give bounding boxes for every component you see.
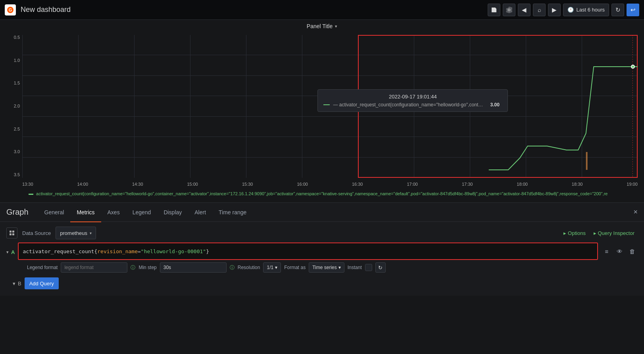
svg-text:G: G <box>9 8 12 12</box>
format-as-select[interactable]: Time series ▾ <box>309 262 344 273</box>
x-label-1600: 16:00 <box>297 182 308 187</box>
query-b-letter: B <box>18 281 21 287</box>
panel-editor: Graph General Metrics Axes Legend Displa… <box>0 202 644 296</box>
datasource-dropdown[interactable]: prometheus ▾ <box>56 227 96 239</box>
svg-rect-2 <box>586 152 588 170</box>
min-step-input[interactable] <box>160 262 227 273</box>
query-row-a: ▾ A activator_request_count{revision_nam… <box>6 242 638 260</box>
tab-axes[interactable]: Axes <box>101 203 126 222</box>
min-step-label: Min step <box>138 265 156 270</box>
chart-container: Panel Title ▾ 3.5 3.0 2.5 2.0 1.5 1.0 0.… <box>0 20 644 202</box>
crosshair-dot <box>631 65 635 69</box>
grid-h-6 <box>22 55 638 55</box>
chart-tooltip: 2022-09-17 19:01:44 — activator_request_… <box>317 89 508 112</box>
add-query-row: ▾ B Add Query <box>6 274 638 291</box>
tab-general[interactable]: General <box>38 203 71 222</box>
instant-checkbox[interactable] <box>365 264 372 271</box>
query-key: revision_name <box>97 248 138 254</box>
grid-v-2 <box>134 35 135 178</box>
tooltip-time: 2022-09-17 19:01:44 <box>323 94 502 100</box>
x-label-1630: 16:30 <box>352 182 363 187</box>
nav-forward-button[interactable]: ▶ <box>548 4 561 16</box>
instant-label: Instant <box>348 265 362 270</box>
go-back-button[interactable]: ↩ <box>627 4 639 16</box>
legend-color-dot <box>29 194 33 195</box>
query-a-editor[interactable]: activator_request_count{revision_name="h… <box>18 242 598 260</box>
panel-editor-close-button[interactable]: × <box>633 208 638 216</box>
grid-h-5 <box>22 75 638 76</box>
x-label-1330: 13:30 <box>22 182 33 187</box>
legend-format-input[interactable] <box>61 262 127 273</box>
panel-title[interactable]: Panel Title <box>307 23 333 29</box>
y-label-25: 2.5 <box>6 127 22 131</box>
grid-h-3 <box>22 116 638 117</box>
chart-main: 2022-09-17 19:01:44 — activator_request_… <box>22 35 638 178</box>
legend-format-label: Legend format <box>27 265 58 270</box>
format-as-chevron-icon: ▾ <box>338 265 341 270</box>
x-label-1700: 17:00 <box>407 182 418 187</box>
x-label-1800: 18:00 <box>517 182 528 187</box>
panel-type-label: Graph <box>6 208 29 217</box>
svg-rect-7 <box>12 233 14 235</box>
resolution-label: Resolution <box>238 265 260 270</box>
tab-alert[interactable]: Alert <box>188 203 212 222</box>
grid-h-1 <box>22 157 638 158</box>
chart-legend[interactable]: activator_request_count{configuration_na… <box>6 190 638 198</box>
metrics-icon-button[interactable] <box>6 227 17 239</box>
datasource-chevron-icon: ▾ <box>90 231 92 235</box>
settings-button[interactable] <box>503 4 515 16</box>
nav-search-button[interactable]: ⌕ <box>533 4 546 16</box>
query-a-visibility-button[interactable]: 👁 <box>614 246 625 257</box>
resolution-select[interactable]: 1/1 ▾ <box>263 262 281 273</box>
topbar-actions: ◀ ⌕ ▶ 🕐 Last 6 hours ↻ ↩ <box>488 4 639 16</box>
panel-title-bar: Panel Title ▾ <box>307 23 337 29</box>
tab-time-range[interactable]: Time range <box>212 203 253 222</box>
tab-metrics[interactable]: Metrics <box>70 203 101 222</box>
query-a-delete-button[interactable]: 🗑 <box>627 246 638 257</box>
svg-rect-4 <box>10 231 12 233</box>
query-a-list-button[interactable]: ≡ <box>601 246 612 257</box>
grid-v-1 <box>78 35 79 178</box>
grid-v-3 <box>190 35 190 178</box>
datasource-value: prometheus <box>60 230 87 236</box>
chart-wrap: 3.5 3.0 2.5 2.0 1.5 1.0 0.5 <box>6 35 638 190</box>
nav-back-button[interactable]: ◀ <box>518 4 531 16</box>
dashboard-title: New dashboard <box>21 6 484 14</box>
query-inspector-button[interactable]: ▸ Query Inspector <box>590 229 638 238</box>
tab-display[interactable]: Display <box>157 203 188 222</box>
x-label-1730: 17:30 <box>462 182 473 187</box>
y-label-05: 0.5 <box>6 35 22 40</box>
x-label-1400: 14:00 <box>77 182 88 187</box>
time-range-icon: 🕐 <box>567 7 574 13</box>
legend-text: activator_request_count{configuration_na… <box>36 191 607 196</box>
svg-rect-5 <box>12 231 14 233</box>
query-a-collapse-icon[interactable]: ▾ <box>6 250 9 255</box>
svg-rect-6 <box>10 233 12 235</box>
query-val: "helloworld-go-00001" <box>141 248 206 254</box>
legend-format-info-icon[interactable]: ⓘ <box>131 264 135 271</box>
resolution-value: 1/1 <box>267 265 273 270</box>
options-button[interactable]: ▸ Options <box>560 229 588 238</box>
grid-v-9 <box>526 35 526 178</box>
format-as-label: Format as <box>284 265 306 270</box>
save-button[interactable] <box>488 4 500 16</box>
grid-v-5 <box>302 35 302 178</box>
add-query-button[interactable]: Add Query <box>25 277 59 289</box>
y-label-20: 2.0 <box>6 104 22 108</box>
query-a-options-row: Legend format ⓘ Min step ⓘ Resolution 1/… <box>6 260 638 274</box>
y-label-10: 1.0 <box>6 58 22 63</box>
refresh-button[interactable]: ↻ <box>611 4 624 16</box>
grid-v-10 <box>582 35 582 178</box>
time-range-button[interactable]: 🕐 Last 6 hours <box>563 4 609 16</box>
grid-v-4 <box>246 35 246 178</box>
query-b-collapse-icon[interactable]: ▾ <box>13 281 15 287</box>
tab-legend[interactable]: Legend <box>126 203 158 222</box>
min-step-info-icon[interactable]: ⓘ <box>230 264 235 271</box>
grid-v-0 <box>22 35 23 178</box>
logo: G <box>5 4 16 15</box>
y-label-15: 1.5 <box>6 81 22 85</box>
chart-y-labels: 3.5 3.0 2.5 2.0 1.5 1.0 0.5 <box>6 35 22 178</box>
query-fn: activator_request_count <box>23 248 94 254</box>
series-to-rows-button[interactable]: ↻ <box>375 262 386 273</box>
tooltip-series-value: 3.00 <box>490 102 499 108</box>
